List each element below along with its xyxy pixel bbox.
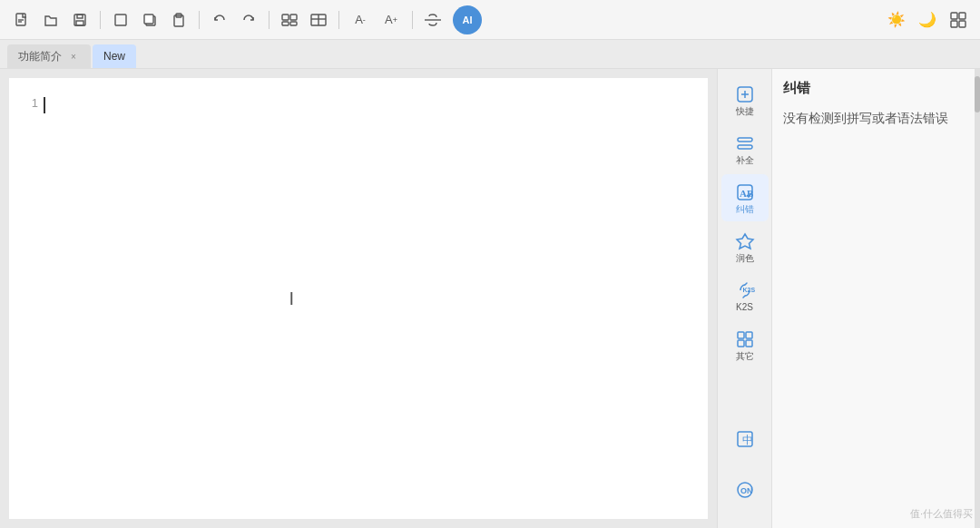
watermark: 值·什么值得买 bbox=[910, 507, 973, 521]
on-icon: ON bbox=[734, 479, 756, 501]
open-file-button[interactable] bbox=[38, 7, 64, 33]
sidebar-bottom: 中 ON bbox=[721, 416, 769, 521]
divider-5 bbox=[412, 11, 413, 29]
tab-bar: 功能简介 × New bbox=[0, 40, 980, 69]
svg-rect-13 bbox=[282, 22, 289, 25]
strikethrough-button[interactable] bbox=[420, 7, 446, 33]
tab-new-label: New bbox=[103, 50, 125, 63]
sidebar-item-on[interactable]: ON bbox=[721, 466, 769, 513]
svg-rect-19 bbox=[951, 13, 957, 19]
layout-button[interactable] bbox=[946, 7, 971, 33]
svg-text:中: 中 bbox=[741, 434, 752, 446]
increase-font-button[interactable]: A+ bbox=[377, 7, 405, 33]
sidebar-item-zhong[interactable]: 中 bbox=[721, 416, 769, 463]
divider-2 bbox=[199, 11, 200, 29]
ai-label: AI bbox=[463, 15, 473, 25]
find-replace-button[interactable] bbox=[277, 7, 302, 33]
redo-button[interactable] bbox=[236, 7, 261, 33]
svg-rect-33 bbox=[746, 332, 752, 338]
toolbar: A- A+ AI ☀️ 🌙 bbox=[0, 0, 980, 40]
editor-area: 1 I bbox=[0, 69, 717, 528]
other-icon bbox=[734, 328, 756, 350]
divider-1 bbox=[100, 11, 101, 29]
svg-rect-11 bbox=[282, 15, 289, 20]
tab-intro-close[interactable]: × bbox=[67, 50, 80, 63]
sidebar-item-buquan[interactable]: 补全 bbox=[721, 125, 769, 172]
paste-button[interactable] bbox=[166, 7, 191, 33]
svg-rect-32 bbox=[738, 332, 744, 338]
svg-rect-12 bbox=[290, 15, 297, 20]
svg-rect-21 bbox=[951, 21, 957, 27]
sidebar-item-buquan-label: 补全 bbox=[736, 156, 754, 165]
svg-rect-5 bbox=[76, 21, 83, 25]
line-number-1: 1 bbox=[18, 96, 38, 110]
tab-intro[interactable]: 功能简介 × bbox=[7, 44, 91, 68]
toolbar-right: ☀️ 🌙 bbox=[884, 7, 971, 33]
sidebar-item-kuaijie[interactable]: 快捷 bbox=[721, 76, 769, 123]
sidebar-item-qita[interactable]: 其它 bbox=[721, 321, 769, 368]
undo-button[interactable] bbox=[207, 7, 232, 33]
sidebar-item-runse[interactable]: 润色 bbox=[721, 223, 769, 270]
panel-scrollbar[interactable] bbox=[975, 69, 980, 528]
divider-3 bbox=[269, 11, 270, 29]
sidebar-item-runse-label: 润色 bbox=[736, 254, 754, 263]
svg-rect-35 bbox=[746, 340, 752, 347]
text-cursor bbox=[44, 97, 45, 113]
zhong-icon: 中 bbox=[734, 428, 756, 450]
tab-intro-label: 功能简介 bbox=[18, 49, 62, 64]
svg-rect-4 bbox=[77, 15, 83, 18]
lightning-icon bbox=[734, 83, 756, 105]
panel-title: 纠错 bbox=[783, 80, 964, 97]
copy-button[interactable] bbox=[137, 7, 162, 33]
ai-button[interactable]: AI bbox=[453, 5, 482, 34]
sidebar-item-jiucuo[interactable]: AB 纠错 bbox=[721, 174, 769, 221]
svg-text:AB: AB bbox=[740, 188, 754, 199]
tab-new[interactable]: New bbox=[93, 44, 136, 68]
svg-rect-34 bbox=[738, 340, 744, 347]
sidebar-item-k2s-label: K2S bbox=[736, 303, 753, 312]
svg-rect-14 bbox=[290, 22, 297, 25]
line-numbers: 1 bbox=[18, 96, 44, 501]
decrease-font-button[interactable]: A- bbox=[347, 7, 374, 33]
crop-button[interactable] bbox=[108, 7, 133, 33]
svg-rect-8 bbox=[144, 15, 153, 24]
svg-rect-6 bbox=[115, 15, 126, 25]
sidebar-item-jiucuo-label: 纠错 bbox=[736, 205, 754, 214]
k2s-icon: K2S bbox=[734, 279, 756, 301]
cursor-icon: I bbox=[289, 288, 295, 309]
svg-rect-26 bbox=[738, 138, 752, 142]
svg-text:K2S: K2S bbox=[742, 287, 755, 293]
divider-4 bbox=[338, 11, 339, 29]
panel-content: 纠错 没有检测到拼写或者语法错误 bbox=[772, 69, 975, 528]
svg-rect-22 bbox=[959, 21, 965, 27]
panel-message: 没有检测到拼写或者语法错误 bbox=[783, 108, 964, 128]
svg-rect-27 bbox=[738, 145, 752, 149]
save-file-button[interactable] bbox=[67, 7, 93, 33]
scrollbar-thumb[interactable] bbox=[975, 76, 980, 112]
svg-text:ON: ON bbox=[740, 486, 753, 495]
right-panel: 快捷 补全 AB bbox=[717, 69, 980, 528]
sidebar-item-kuaijie-label: 快捷 bbox=[736, 107, 754, 116]
polish-icon bbox=[734, 230, 756, 252]
table-button[interactable] bbox=[306, 7, 331, 33]
light-theme-button[interactable]: ☀️ bbox=[884, 7, 909, 33]
new-file-button[interactable] bbox=[9, 7, 34, 33]
editor-paper[interactable]: 1 I bbox=[9, 78, 708, 519]
sidebar-icons: 快捷 补全 AB bbox=[718, 69, 772, 528]
dark-theme-button[interactable]: 🌙 bbox=[915, 7, 940, 33]
main-area: 1 I 快捷 bbox=[0, 69, 980, 528]
completion-icon bbox=[734, 132, 756, 154]
svg-marker-30 bbox=[737, 234, 753, 249]
editor-content[interactable]: I bbox=[44, 96, 690, 501]
sidebar-item-k2s[interactable]: K2S K2S bbox=[721, 272, 769, 319]
svg-rect-20 bbox=[959, 13, 965, 19]
sidebar-item-qita-label: 其它 bbox=[736, 352, 754, 361]
error-check-icon: AB bbox=[734, 181, 756, 203]
